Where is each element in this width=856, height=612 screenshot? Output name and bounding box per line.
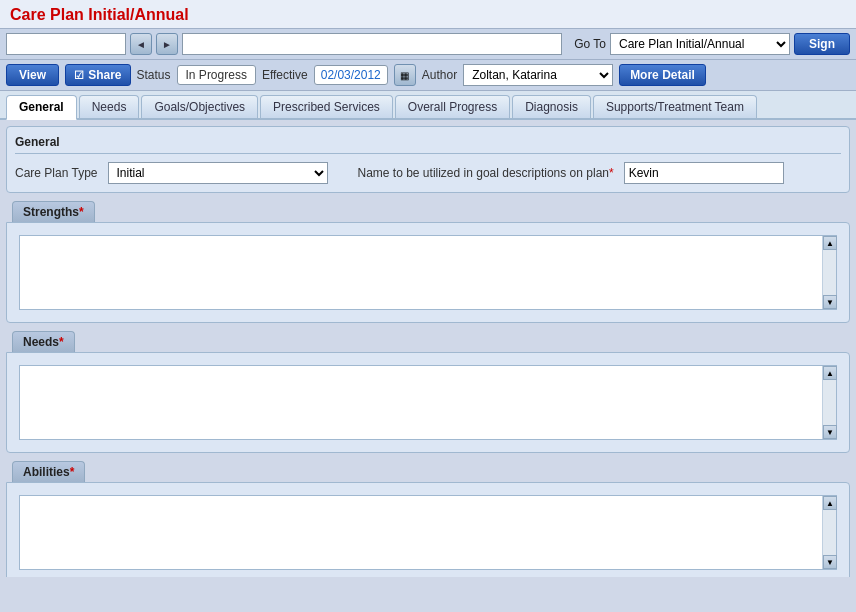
effective-label: Effective — [262, 68, 308, 82]
needs-scrollbar[interactable]: ▲ ▼ — [822, 366, 836, 439]
strengths-textarea-container: ▲ ▼ — [19, 235, 837, 310]
needs-textarea-container: ▲ ▼ — [19, 365, 837, 440]
nav-detail-input[interactable] — [182, 33, 562, 55]
needs-body: ▲ ▼ — [7, 353, 849, 452]
share-label: Share — [88, 68, 121, 82]
care-plan-type-label: Care Plan Type — [15, 166, 98, 180]
scroll-up-arrow[interactable]: ▲ — [823, 496, 837, 510]
name-description-label: Name to be utilized in goal descriptions… — [358, 166, 614, 180]
nav-next-button[interactable]: ► — [156, 33, 178, 55]
author-label: Author — [422, 68, 457, 82]
nav-search-input[interactable] — [6, 33, 126, 55]
strengths-textarea[interactable] — [20, 236, 822, 306]
sign-button[interactable]: Sign — [794, 33, 850, 55]
abilities-scrollbar[interactable]: ▲ ▼ — [822, 496, 836, 569]
nav-prev-button[interactable]: ◄ — [130, 33, 152, 55]
check-icon: ☑ — [74, 69, 84, 82]
goto-label: Go To — [574, 37, 606, 51]
status-badge: In Progress — [177, 65, 256, 85]
tab-general[interactable]: General — [6, 95, 77, 120]
needs-section-wrapper: Needs* ▲ ▼ — [6, 331, 850, 453]
share-button[interactable]: ☑ Share — [65, 64, 130, 86]
scroll-up-arrow[interactable]: ▲ — [823, 236, 837, 250]
scroll-down-arrow[interactable]: ▼ — [823, 425, 837, 439]
abilities-tab: Abilities* — [12, 461, 85, 482]
tab-goals-objectives[interactable]: Goals/Objectives — [141, 95, 258, 118]
main-content: General Care Plan Type Initial Name to b… — [0, 120, 856, 577]
status-label: Status — [137, 68, 171, 82]
abilities-textarea[interactable] — [20, 496, 822, 566]
author-select[interactable]: Zoltan, Katarina — [463, 64, 613, 86]
needs-section: ▲ ▼ — [6, 352, 850, 453]
strengths-section: ▲ ▼ — [6, 222, 850, 323]
secondary-toolbar: View ☑ Share Status In Progress Effectiv… — [0, 60, 856, 91]
abilities-body: ▲ ▼ — [7, 483, 849, 577]
tab-supports-treatment-team[interactable]: Supports/Treatment Team — [593, 95, 757, 118]
view-button[interactable]: View — [6, 64, 59, 86]
abilities-section-wrapper: Abilities* ▲ ▼ — [6, 461, 850, 577]
scroll-down-arrow[interactable]: ▼ — [823, 295, 837, 309]
care-plan-type-select[interactable]: Initial — [108, 162, 328, 184]
abilities-section: ▲ ▼ — [6, 482, 850, 577]
abilities-textarea-container: ▲ ▼ — [19, 495, 837, 570]
name-input[interactable] — [624, 162, 784, 184]
needs-tab: Needs* — [12, 331, 75, 352]
needs-textarea[interactable] — [20, 366, 822, 436]
care-plan-form-row: Care Plan Type Initial Name to be utiliz… — [15, 162, 841, 184]
tab-bar: General Needs Goals/Objectives Prescribe… — [0, 91, 856, 120]
general-section: General Care Plan Type Initial Name to b… — [6, 126, 850, 193]
tab-overall-progress[interactable]: Overall Progress — [395, 95, 510, 118]
tab-prescribed-services[interactable]: Prescribed Services — [260, 95, 393, 118]
strengths-section-wrapper: Strengths* ▲ ▼ — [6, 201, 850, 323]
effective-date[interactable]: 02/03/2012 — [314, 65, 388, 85]
page-title: Care Plan Initial/Annual — [0, 0, 856, 28]
tab-diagnosis[interactable]: Diagnosis — [512, 95, 591, 118]
more-detail-button[interactable]: More Detail — [619, 64, 706, 86]
name-required-asterisk: * — [609, 166, 614, 180]
strengths-scrollbar[interactable]: ▲ ▼ — [822, 236, 836, 309]
main-toolbar: ◄ ► Go To Care Plan Initial/Annual Sign — [0, 28, 856, 60]
strengths-body: ▲ ▼ — [7, 223, 849, 322]
scroll-down-arrow[interactable]: ▼ — [823, 555, 837, 569]
general-section-header: General — [15, 135, 841, 154]
goto-select[interactable]: Care Plan Initial/Annual — [610, 33, 790, 55]
tab-needs[interactable]: Needs — [79, 95, 140, 118]
strengths-tab: Strengths* — [12, 201, 95, 222]
scroll-up-arrow[interactable]: ▲ — [823, 366, 837, 380]
calendar-button[interactable]: ▦ — [394, 64, 416, 86]
